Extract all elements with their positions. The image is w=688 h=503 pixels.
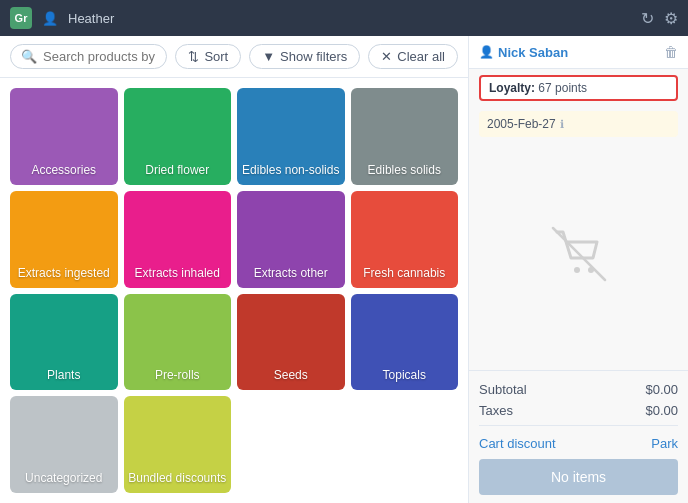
subtotal-label: Subtotal (479, 382, 527, 397)
customer-icon: 👤 (479, 45, 494, 59)
no-items-button[interactable]: No items (479, 459, 678, 495)
customer-header: 👤 Nick Saban 🗑 (469, 36, 688, 69)
main-layout: 🔍 ⇅ Sort ▼ Show filters ✕ Clear all Acce… (0, 36, 688, 503)
product-tile-label: Bundled discounts (124, 471, 230, 485)
product-tile-label: Dried flower (141, 163, 213, 177)
product-tile[interactable]: Extracts other (237, 191, 345, 288)
product-tile[interactable]: Extracts inhaled (124, 191, 232, 288)
product-tile[interactable]: Pre-rolls (124, 294, 232, 391)
dob-value: 2005-Feb-27 (487, 117, 556, 131)
search-box[interactable]: 🔍 (10, 44, 167, 69)
product-tile-label: Uncategorized (21, 471, 106, 485)
dob-row: 2005-Feb-27 ℹ (479, 111, 678, 137)
product-tile-label: Extracts other (250, 266, 332, 280)
product-tile-label: Plants (43, 368, 84, 382)
clear-icon: ✕ (381, 49, 392, 64)
product-tile-label: Seeds (270, 368, 312, 382)
topbar: Gr 👤 Heather ↻ ⚙ (0, 0, 688, 36)
product-tile-label: Edibles solids (364, 163, 445, 177)
product-tile-label: Accessories (27, 163, 100, 177)
empty-cart-icon (549, 224, 609, 287)
settings-icon[interactable]: ⚙ (664, 9, 678, 28)
filter-icon: ▼ (262, 49, 275, 64)
sort-icon: ⇅ (188, 49, 199, 64)
clear-label: Clear all (397, 49, 445, 64)
cart-discount-button[interactable]: Cart discount (479, 436, 556, 451)
customer-name: 👤 Nick Saban (479, 45, 568, 60)
product-tile[interactable]: Edibles non-solids (237, 88, 345, 185)
dob-info-icon: ℹ (560, 118, 564, 131)
product-tile[interactable]: Bundled discounts (124, 396, 232, 493)
product-tile-label: Extracts inhaled (131, 266, 224, 280)
taxes-value: $0.00 (645, 403, 678, 418)
user-icon: 👤 (42, 11, 58, 26)
svg-point-0 (574, 267, 580, 273)
app-logo: Gr (10, 7, 32, 29)
filters-label: Show filters (280, 49, 347, 64)
search-icon: 🔍 (21, 49, 37, 64)
product-tile[interactable]: Accessories (10, 88, 118, 185)
username: Heather (68, 11, 114, 26)
product-tile[interactable]: Dried flower (124, 88, 232, 185)
product-tile-label: Edibles non-solids (238, 163, 343, 177)
product-tile[interactable]: Uncategorized (10, 396, 118, 493)
product-tile[interactable]: Topicals (351, 294, 459, 391)
order-summary: Subtotal $0.00 Taxes $0.00 Cart discount… (469, 370, 688, 503)
left-panel: 🔍 ⇅ Sort ▼ Show filters ✕ Clear all Acce… (0, 36, 468, 503)
product-tile-label: Extracts ingested (14, 266, 114, 280)
product-tile-label: Fresh cannabis (359, 266, 449, 280)
product-tile-label: Pre-rolls (151, 368, 204, 382)
product-grid: AccessoriesDried flowerEdibles non-solid… (0, 78, 468, 503)
action-row: Cart discount Park (479, 430, 678, 455)
empty-cart (469, 141, 688, 370)
park-button[interactable]: Park (651, 436, 678, 451)
subtotal-value: $0.00 (645, 382, 678, 397)
loyalty-label: Loyalty: (489, 81, 535, 95)
product-tile[interactable]: Fresh cannabis (351, 191, 459, 288)
product-tile[interactable]: Extracts ingested (10, 191, 118, 288)
clear-button[interactable]: ✕ Clear all (368, 44, 458, 69)
product-tile[interactable]: Seeds (237, 294, 345, 391)
product-tile-label: Topicals (379, 368, 430, 382)
right-panel: 👤 Nick Saban 🗑 Loyalty: 67 points 2005-F… (468, 36, 688, 503)
loyalty-box: Loyalty: 67 points (479, 75, 678, 101)
subtotal-row: Subtotal $0.00 (479, 379, 678, 400)
taxes-row: Taxes $0.00 (479, 400, 678, 421)
taxes-label: Taxes (479, 403, 513, 418)
sort-label: Sort (204, 49, 228, 64)
toolbar: 🔍 ⇅ Sort ▼ Show filters ✕ Clear all (0, 36, 468, 78)
refresh-icon[interactable]: ↻ (641, 9, 654, 28)
product-tile[interactable]: Plants (10, 294, 118, 391)
product-tile[interactable]: Edibles solids (351, 88, 459, 185)
loyalty-points: 67 points (538, 81, 587, 95)
sort-button[interactable]: ⇅ Sort (175, 44, 241, 69)
filters-button[interactable]: ▼ Show filters (249, 44, 360, 69)
delete-customer-icon[interactable]: 🗑 (664, 44, 678, 60)
search-input[interactable] (43, 49, 156, 64)
